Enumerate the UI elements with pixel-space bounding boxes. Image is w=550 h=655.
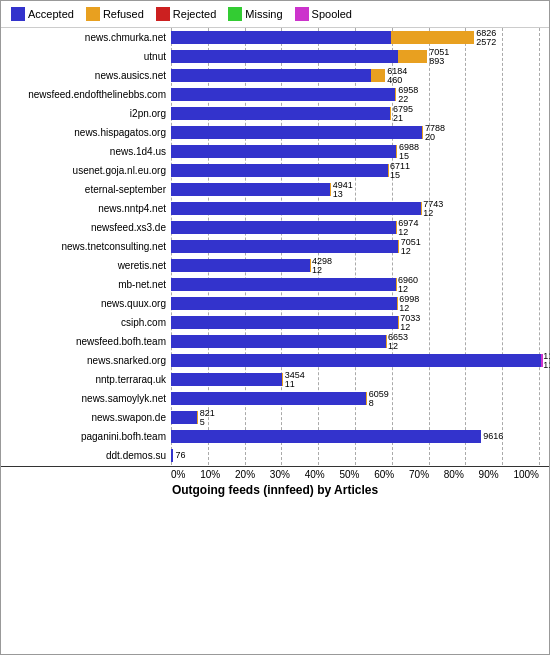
bar-cell: 699812 bbox=[171, 294, 549, 313]
bar-group bbox=[171, 50, 427, 63]
row-label: paganini.bofh.team bbox=[1, 431, 171, 442]
bar-accepted bbox=[171, 69, 371, 82]
value-secondary: 15 bbox=[390, 171, 410, 180]
missing-color-box bbox=[228, 7, 242, 21]
row-label: news.ausics.net bbox=[1, 70, 171, 81]
bar-group bbox=[171, 69, 385, 82]
bar-accepted bbox=[171, 354, 541, 367]
bar-group bbox=[171, 240, 399, 253]
row-label: news.tnetconsulting.net bbox=[1, 241, 171, 252]
legend: Accepted Refused Rejected Missing Spoole… bbox=[1, 1, 549, 28]
row-label: utnut bbox=[1, 51, 171, 62]
bar-accepted bbox=[171, 449, 173, 462]
bar-accepted bbox=[171, 88, 395, 101]
value-labels: 703312 bbox=[400, 313, 420, 332]
value-secondary: 11 bbox=[543, 361, 550, 370]
bar-group bbox=[171, 411, 198, 424]
bar-refused bbox=[395, 88, 396, 101]
bar-group bbox=[171, 107, 391, 120]
value-secondary: 893 bbox=[429, 57, 449, 66]
value-secondary: 12 bbox=[400, 323, 420, 332]
value-labels: 671115 bbox=[390, 161, 410, 180]
bar-accepted bbox=[171, 335, 386, 348]
x-tick-label: 0% bbox=[171, 469, 185, 480]
x-tick-label: 100% bbox=[513, 469, 539, 480]
row-label: newsfeed.xs3.de bbox=[1, 222, 171, 233]
legend-accepted: Accepted bbox=[11, 7, 74, 21]
row-label: news.1d4.us bbox=[1, 146, 171, 157]
bar-group bbox=[171, 145, 397, 158]
value-primary: 9616 bbox=[483, 432, 503, 441]
bar-accepted bbox=[171, 392, 366, 405]
bar-accepted bbox=[171, 373, 282, 386]
bar-accepted bbox=[171, 50, 398, 63]
bar-refused bbox=[371, 69, 386, 82]
value-secondary: 21 bbox=[393, 114, 413, 123]
table-row: utnut7051893 bbox=[1, 47, 549, 66]
bar-cell: 698815 bbox=[171, 142, 549, 161]
bar-cell: 494113 bbox=[171, 180, 549, 199]
refused-color-box bbox=[86, 7, 100, 21]
bar-group bbox=[171, 449, 173, 462]
value-primary: 76 bbox=[175, 451, 185, 460]
value-secondary: 12 bbox=[423, 209, 443, 218]
value-labels: 6184460 bbox=[387, 66, 407, 85]
table-row: mb-net.net696012 bbox=[1, 275, 549, 294]
bar-cell: 9616 bbox=[171, 427, 549, 446]
x-tick-label: 30% bbox=[270, 469, 290, 480]
value-secondary: 12 bbox=[388, 342, 408, 351]
row-label: news.samoylyk.net bbox=[1, 393, 171, 404]
legend-rejected: Rejected bbox=[156, 7, 216, 21]
bar-cell: 8215 bbox=[171, 408, 549, 427]
bar-group bbox=[171, 354, 543, 367]
bar-accepted bbox=[171, 297, 397, 310]
row-label: news.swapon.de bbox=[1, 412, 171, 423]
table-row: news.tnetconsulting.net705112 bbox=[1, 237, 549, 256]
bar-refused bbox=[422, 126, 423, 139]
table-row: eternal-september494113 bbox=[1, 180, 549, 199]
bar-cell: 1146911 bbox=[171, 351, 549, 370]
value-labels: 705112 bbox=[401, 237, 421, 256]
x-tick-label: 90% bbox=[479, 469, 499, 480]
table-row: news.ausics.net6184460 bbox=[1, 66, 549, 85]
row-label: news.chmurka.net bbox=[1, 32, 171, 43]
value-labels: 68262572 bbox=[476, 28, 496, 47]
bar-refused bbox=[398, 50, 427, 63]
row-label: eternal-september bbox=[1, 184, 171, 195]
value-secondary: 15 bbox=[399, 152, 419, 161]
table-row: news.quux.org699812 bbox=[1, 294, 549, 313]
value-secondary: 22 bbox=[398, 95, 418, 104]
legend-spooled-label: Spooled bbox=[312, 8, 352, 20]
value-labels: 8215 bbox=[200, 408, 215, 427]
bar-accepted bbox=[171, 259, 310, 272]
value-labels: 774312 bbox=[423, 199, 443, 218]
value-labels: 696012 bbox=[398, 275, 418, 294]
x-tick-label: 60% bbox=[374, 469, 394, 480]
bar-cell: 696012 bbox=[171, 275, 549, 294]
value-labels: 60598 bbox=[369, 389, 389, 408]
bar-cell: 7051893 bbox=[171, 47, 549, 66]
value-labels: 429812 bbox=[312, 256, 332, 275]
row-label: news.quux.org bbox=[1, 298, 171, 309]
bar-group bbox=[171, 373, 283, 386]
bar-cell: 705112 bbox=[171, 237, 549, 256]
bar-accepted bbox=[171, 126, 422, 139]
bar-group bbox=[171, 335, 386, 348]
legend-rejected-label: Rejected bbox=[173, 8, 216, 20]
bar-cell: 60598 bbox=[171, 389, 549, 408]
bar-group bbox=[171, 392, 367, 405]
row-label: news.hispagatos.org bbox=[1, 127, 171, 138]
value-labels: 699812 bbox=[399, 294, 419, 313]
value-labels: 9616 bbox=[483, 427, 503, 446]
value-secondary: 2572 bbox=[476, 38, 496, 47]
bar-cell: 68262572 bbox=[171, 28, 549, 47]
bar-accepted bbox=[171, 164, 388, 177]
table-row: ddt.demos.su76 bbox=[1, 446, 549, 465]
spooled-color-box bbox=[295, 7, 309, 21]
legend-refused-label: Refused bbox=[103, 8, 144, 20]
table-row: newsfeed.endofthelinebbs.com695822 bbox=[1, 85, 549, 104]
bar-cell: 6184460 bbox=[171, 66, 549, 85]
bar-group bbox=[171, 88, 396, 101]
bar-accepted bbox=[171, 221, 396, 234]
bar-cell: 695822 bbox=[171, 85, 549, 104]
